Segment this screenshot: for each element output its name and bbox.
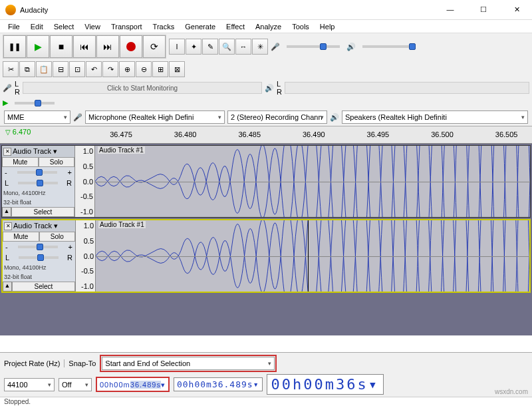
menu-generate[interactable]: Generate: [181, 21, 219, 31]
zoom-tool[interactable]: 🔍: [219, 39, 235, 55]
timeshift-tool[interactable]: ↔: [235, 39, 251, 55]
redo-button[interactable]: ↷: [102, 61, 118, 77]
playback-volume-slider[interactable]: [362, 45, 416, 48]
speaker-meter-icon: 🔊: [265, 84, 274, 93]
meter-label: Click to Start Monitoring: [107, 85, 178, 92]
zoom-out-button[interactable]: ⊖: [136, 61, 152, 77]
stop-button[interactable]: ■: [50, 35, 72, 58]
mute-button[interactable]: Mute: [2, 157, 39, 167]
audio-position-display[interactable]: 00h00m36s▾: [267, 374, 384, 395]
select-track-button[interactable]: Select: [12, 282, 75, 292]
transport-toolbar: ❚❚ ▶ ■ ⏮ ⏭ ⟳: [3, 35, 166, 59]
skip-end-button[interactable]: ⏭: [96, 35, 119, 58]
watermark: wsxdn.com: [495, 388, 528, 395]
mic-slider-icon: 🎤: [271, 43, 280, 51]
paste-button[interactable]: 📋: [36, 61, 52, 77]
menu-tools[interactable]: Tools: [288, 21, 313, 31]
track-2: ✕ Audio Track ▾ Mute Solo -+ LR Mono, 44…: [1, 219, 531, 293]
fit-selection-button[interactable]: ⊞: [152, 61, 168, 77]
menu-analyze[interactable]: Analyze: [251, 21, 285, 31]
status-bar: Stopped.: [0, 397, 532, 406]
menu-tracks[interactable]: Tracks: [149, 21, 179, 31]
gain-slider[interactable]: [18, 246, 58, 248]
track-control-panel[interactable]: ✕ Audio Track ▾ Mute Solo -+ LR Mono, 44…: [3, 220, 76, 292]
draw-tool[interactable]: ✎: [202, 39, 218, 55]
mic-meter-icon: 🎤: [3, 84, 12, 93]
menu-bar: File Edit Select View Transport Tracks G…: [0, 20, 532, 33]
selection-tool[interactable]: I: [169, 39, 185, 55]
playhead-cursor: [308, 220, 309, 292]
scrub-slider[interactable]: [15, 102, 55, 104]
track-menu[interactable]: Audio Track ▾: [13, 147, 57, 156]
mic-icon: 🎤: [73, 113, 82, 122]
solo-button[interactable]: Solo: [39, 232, 76, 242]
recording-device-combo[interactable]: Microphone (Realtek High Defini: [85, 110, 225, 124]
trim-button[interactable]: ⊟: [53, 61, 68, 77]
pan-slider[interactable]: [19, 256, 59, 259]
snap-to-combo[interactable]: Off: [59, 378, 92, 391]
snap-to-label: Snap-To: [64, 359, 96, 367]
gain-slider[interactable]: [17, 171, 57, 174]
play-button[interactable]: ▶: [27, 35, 49, 58]
loop-button[interactable]: ⟳: [143, 35, 166, 58]
mute-button[interactable]: Mute: [3, 232, 39, 242]
copy-button[interactable]: ⧉: [19, 61, 35, 77]
waveform-display[interactable]: Audio Track #1: [95, 146, 530, 217]
record-button[interactable]: [120, 35, 142, 58]
project-rate-label: Project Rate (Hz): [4, 359, 60, 367]
select-track-button[interactable]: Select: [11, 207, 74, 217]
selection-start-time[interactable]: 00h00m36.489s▾: [96, 377, 170, 392]
record-volume-slider[interactable]: [287, 45, 340, 48]
speaker-slider-icon: 🔊: [346, 43, 356, 51]
menu-file[interactable]: File: [4, 21, 24, 31]
pan-slider[interactable]: [18, 182, 58, 184]
zoom-in-button[interactable]: ⊕: [119, 61, 135, 77]
silence-button[interactable]: ⊡: [69, 61, 85, 77]
multi-tool[interactable]: ✳: [252, 39, 268, 55]
collapse-button[interactable]: ▲: [2, 207, 11, 217]
recording-channels-combo[interactable]: 2 (Stereo) Recording Chann: [227, 110, 327, 124]
vertical-scale[interactable]: 1.0 0.5 0.0 -0.5 -1.0: [76, 220, 96, 292]
timeline-ruler[interactable]: ▽ 6.470 36.475 36.480 36.485 36.490 36.4…: [0, 126, 532, 144]
track-label: Audio Track #1: [98, 221, 146, 228]
speaker-icon: 🔊: [330, 113, 339, 122]
pause-button[interactable]: ❚❚: [3, 35, 26, 58]
maximize-button[interactable]: ☐: [473, 5, 493, 14]
recording-meter[interactable]: Click to Start Monitoring: [23, 82, 262, 94]
menu-help[interactable]: Help: [316, 21, 339, 31]
track-menu[interactable]: Audio Track ▾: [13, 222, 58, 230]
app-icon: [5, 5, 16, 15]
track-close-button[interactable]: ✕: [4, 222, 12, 230]
track-1: ✕ Audio Track ▾ Mute Solo -+ LR Mono, 44…: [1, 145, 531, 218]
selection-format-combo[interactable]: Start and End of Selection: [102, 357, 275, 370]
track-close-button[interactable]: ✕: [3, 148, 11, 156]
play-marker: ▽ 6.470: [5, 128, 31, 136]
collapse-button[interactable]: ▲: [3, 282, 12, 292]
cut-button[interactable]: ✂: [3, 61, 19, 77]
playback-meter[interactable]: [285, 82, 529, 94]
menu-select[interactable]: Select: [50, 21, 78, 31]
envelope-tool[interactable]: ✦: [186, 39, 201, 55]
undo-button[interactable]: ↶: [86, 61, 102, 77]
menu-effect[interactable]: Effect: [222, 21, 249, 31]
close-button[interactable]: ✕: [507, 5, 527, 14]
track-label: Audio Track #1: [98, 146, 145, 154]
minimize-button[interactable]: —: [440, 5, 460, 14]
fit-project-button[interactable]: ⊠: [169, 61, 185, 77]
track-control-panel[interactable]: ✕ Audio Track ▾ Mute Solo -+ LR Mono, 44…: [2, 146, 75, 217]
app-title: Audacity: [20, 6, 440, 14]
solo-button[interactable]: Solo: [39, 157, 75, 167]
skip-start-button[interactable]: ⏮: [73, 35, 96, 58]
playback-device-combo[interactable]: Speakers (Realtek High Definiti: [342, 110, 528, 124]
vertical-scale[interactable]: 1.0 0.5 0.0 -0.5 -1.0: [75, 146, 95, 217]
menu-edit[interactable]: Edit: [27, 21, 47, 31]
menu-view[interactable]: View: [80, 21, 104, 31]
audio-host-combo[interactable]: MME: [4, 110, 70, 124]
menu-transport[interactable]: Transport: [107, 21, 146, 31]
selection-end-time[interactable]: 00h00m36.489s▾: [174, 377, 263, 391]
scrub-play-icon[interactable]: ▶: [3, 99, 8, 107]
project-rate-combo[interactable]: 44100: [4, 378, 55, 391]
waveform-display[interactable]: Audio Track #1: [96, 220, 529, 292]
